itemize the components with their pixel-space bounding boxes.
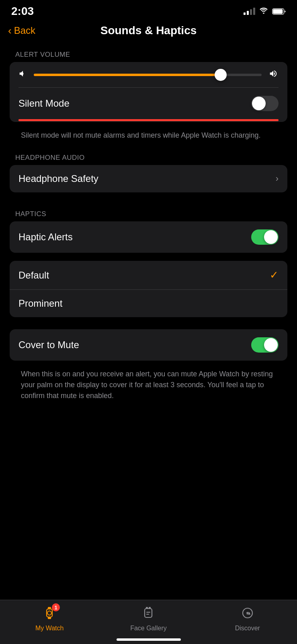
battery-icon xyxy=(272,8,286,15)
cover-to-mute-desc: When this is on and you receive an alert… xyxy=(10,365,287,409)
tab-spacer xyxy=(10,409,287,461)
haptic-alerts-toggle[interactable] xyxy=(251,229,279,245)
svg-rect-4 xyxy=(48,607,51,609)
tab-my-watch[interactable]: 1 My Watch xyxy=(0,605,99,632)
my-watch-icon-wrap: 1 xyxy=(41,605,58,623)
volume-slider-row[interactable] xyxy=(10,62,287,87)
discover-label: Discover xyxy=(235,625,260,632)
haptic-prominent-label: Prominent xyxy=(18,298,62,309)
cover-to-mute-toggle-thumb xyxy=(264,338,278,352)
status-bar: 2:03 xyxy=(0,0,297,20)
svg-point-0 xyxy=(263,12,264,14)
page-title: Sounds & Haptics xyxy=(100,24,197,37)
volume-low-icon xyxy=(18,69,27,80)
status-icons xyxy=(244,7,286,15)
status-time: 2:03 xyxy=(11,5,34,18)
silent-mode-toggle[interactable] xyxy=(251,96,279,111)
spacer3 xyxy=(10,321,287,329)
svg-rect-11 xyxy=(146,614,149,615)
silent-mode-toggle-thumb xyxy=(252,97,266,110)
headphone-audio-card: Headphone Safety › xyxy=(10,165,287,192)
volume-slider-track[interactable] xyxy=(34,74,262,76)
headphone-safety-label: Headphone Safety xyxy=(18,173,98,184)
alert-volume-header: ALERT VOLUME xyxy=(10,45,287,62)
svg-rect-8 xyxy=(146,607,148,609)
headphone-audio-header: HEADPHONE AUDIO xyxy=(10,148,287,165)
haptic-default-label: Default xyxy=(18,270,49,281)
back-chevron-icon: ‹ xyxy=(8,25,12,37)
cover-to-mute-card: Cover to Mute xyxy=(10,329,287,361)
home-indicator xyxy=(117,638,181,641)
svg-rect-5 xyxy=(48,617,51,619)
svg-rect-7 xyxy=(145,609,152,617)
tab-discover[interactable]: Discover xyxy=(198,605,297,632)
my-watch-label: My Watch xyxy=(35,625,64,632)
tab-bar: 1 My Watch Face Gallery xyxy=(0,600,297,644)
signal-icon xyxy=(244,8,255,15)
spacer1 xyxy=(10,196,287,204)
svg-rect-2 xyxy=(273,9,283,14)
tab-face-gallery[interactable]: Face Gallery xyxy=(99,605,198,632)
headphone-safety-row[interactable]: Headphone Safety › xyxy=(10,165,287,192)
haptic-alerts-label: Haptic Alerts xyxy=(18,231,73,243)
silent-mode-row[interactable]: Silent Mode xyxy=(10,88,287,119)
volume-high-icon xyxy=(268,69,279,80)
haptics-header: HAPTICS xyxy=(10,204,287,221)
cover-to-mute-row[interactable]: Cover to Mute xyxy=(10,329,287,361)
nav-header: ‹ Back Sounds & Haptics xyxy=(0,20,297,45)
haptic-default-checkmark-icon: ✓ xyxy=(270,269,279,281)
back-button[interactable]: ‹ Back xyxy=(8,25,35,37)
cover-to-mute-toggle[interactable] xyxy=(251,337,279,353)
alert-volume-card: Silent Mode xyxy=(10,62,287,122)
haptic-prominent-row[interactable]: Prominent xyxy=(10,289,287,317)
svg-point-6 xyxy=(47,611,51,615)
haptic-default-row[interactable]: Default ✓ xyxy=(10,261,287,289)
svg-point-15 xyxy=(247,612,248,614)
cover-to-mute-label: Cover to Mute xyxy=(18,339,79,351)
svg-rect-9 xyxy=(149,607,151,609)
discover-icon xyxy=(240,606,255,622)
silent-mode-red-indicator xyxy=(18,119,279,121)
haptic-options-card: Default ✓ Prominent xyxy=(10,261,287,317)
discover-icon-wrap xyxy=(239,605,256,623)
volume-slider-fill xyxy=(34,74,221,76)
content: ALERT VOLUME Silent Mode xyxy=(0,45,297,461)
headphone-safety-chevron-icon: › xyxy=(276,173,279,184)
haptic-alerts-row[interactable]: Haptic Alerts xyxy=(10,221,287,253)
face-gallery-icon xyxy=(141,606,156,622)
back-label: Back xyxy=(14,25,35,36)
silent-mode-desc: Silent mode will not mute alarms and tim… xyxy=(10,126,287,148)
silent-mode-label: Silent Mode xyxy=(18,98,70,109)
face-gallery-label: Face Gallery xyxy=(130,625,167,632)
haptic-alerts-toggle-thumb xyxy=(264,230,278,244)
face-gallery-icon-wrap xyxy=(139,605,157,623)
spacer2 xyxy=(10,257,287,261)
volume-slider-thumb[interactable] xyxy=(215,69,227,81)
haptic-alerts-card: Haptic Alerts xyxy=(10,221,287,253)
svg-rect-10 xyxy=(146,612,150,613)
my-watch-badge: 1 xyxy=(52,603,60,611)
wifi-icon xyxy=(259,7,268,15)
